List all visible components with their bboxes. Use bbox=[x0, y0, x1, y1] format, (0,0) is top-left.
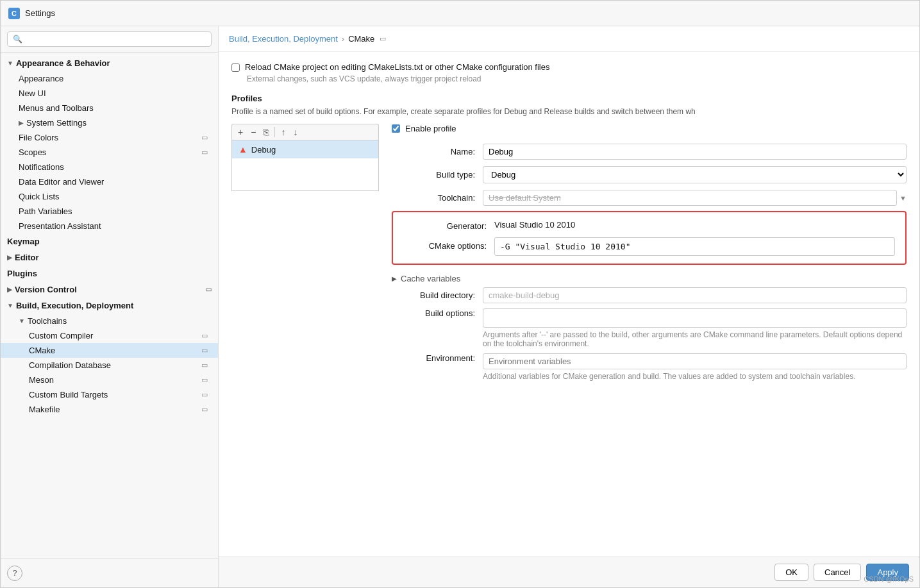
reload-row: Reload CMake project on editing CMakeLis… bbox=[231, 62, 907, 72]
sidebar-scroll: ▼ Appearance & Behavior Appearance New U… bbox=[1, 53, 218, 559]
sidebar-search-area bbox=[1, 26, 218, 53]
search-input[interactable] bbox=[7, 31, 212, 47]
sidebar-item-plugins[interactable]: Plugins bbox=[1, 265, 218, 281]
sidebar-item-quick-lists[interactable]: Quick Lists bbox=[1, 189, 218, 204]
move-up-button[interactable]: ↑ bbox=[278, 126, 289, 139]
profiles-list: ▲ Debug bbox=[231, 140, 379, 191]
ok-button[interactable]: OK bbox=[774, 564, 808, 581]
window-icon: ▭ bbox=[201, 376, 208, 384]
cancel-button[interactable]: Cancel bbox=[814, 564, 861, 581]
collapse-icon: ▶ bbox=[19, 119, 24, 126]
breadcrumb-window-icon[interactable]: ▭ bbox=[380, 35, 386, 43]
sidebar-item-label: System Settings bbox=[26, 118, 87, 128]
sidebar-item-appearance-behavior[interactable]: ▼ Appearance & Behavior bbox=[1, 55, 218, 71]
env-desc-row: Additional variables for CMake generatio… bbox=[392, 369, 907, 381]
form-grid: Name: Build type: Debug Toolchain: bbox=[392, 144, 907, 206]
build-type-label: Build type: bbox=[392, 170, 475, 180]
watermark: CSDN @fKOpS bbox=[864, 575, 914, 583]
sidebar-item-presentation-assistant[interactable]: Presentation Assistant bbox=[1, 219, 218, 233]
bottom-bar: OK Cancel Apply bbox=[219, 557, 919, 587]
move-down-button[interactable]: ↓ bbox=[290, 126, 301, 139]
cmake-options-value[interactable]: -G "Visual Studio 10 2010" bbox=[494, 237, 895, 256]
collapse-icon: ▼ bbox=[19, 317, 25, 324]
sidebar-item-notifications[interactable]: Notifications bbox=[1, 160, 218, 174]
sidebar-item-scopes[interactable]: Scopes ▭ bbox=[1, 145, 218, 160]
sidebar-item-custom-build-targets[interactable]: Custom Build Targets ▭ bbox=[1, 387, 218, 402]
build-dir-label: Build directory: bbox=[392, 290, 475, 300]
window-icon: ▭ bbox=[201, 332, 208, 340]
breadcrumb-parent[interactable]: Build, Execution, Deployment bbox=[229, 34, 338, 44]
build-options-row: Build options: bbox=[392, 308, 907, 328]
profiles-title: Profiles bbox=[231, 94, 907, 103]
window-icon: ▭ bbox=[201, 391, 208, 399]
sidebar-item-label: Makefile bbox=[29, 405, 60, 414]
build-options-input[interactable] bbox=[483, 308, 907, 328]
add-profile-button[interactable]: + bbox=[235, 126, 246, 139]
breadcrumb-current: CMake bbox=[348, 34, 374, 44]
sidebar-item-label: Menus and Toolbars bbox=[19, 103, 94, 113]
build-type-row: Debug bbox=[483, 166, 907, 183]
enable-profile-checkbox[interactable] bbox=[392, 124, 400, 133]
sidebar-item-new-ui[interactable]: New UI bbox=[1, 86, 218, 101]
build-type-select[interactable]: Debug bbox=[483, 166, 907, 183]
generator-value: Visual Studio 10 2010 bbox=[494, 220, 895, 230]
profiles-toolbar: + − ⎘ ↑ ↓ bbox=[231, 124, 379, 140]
sidebar-item-version-control[interactable]: ▶ Version Control ▭ bbox=[1, 281, 218, 298]
sidebar-item-build-execution[interactable]: ▼ Build, Execution, Deployment bbox=[1, 298, 218, 314]
sidebar-item-custom-compiler[interactable]: Custom Compiler ▭ bbox=[1, 328, 218, 343]
reload-label: Reload CMake project on editing CMakeLis… bbox=[245, 62, 549, 72]
sidebar-item-appearance[interactable]: Appearance bbox=[1, 71, 218, 86]
remove-profile-button[interactable]: − bbox=[247, 126, 259, 139]
sidebar-item-path-variables[interactable]: Path Variables bbox=[1, 204, 218, 219]
sidebar-bottom: ? bbox=[1, 559, 218, 587]
app-icon: C bbox=[8, 8, 20, 19]
sidebar-item-keymap[interactable]: Keymap bbox=[1, 233, 218, 249]
name-label: Name: bbox=[392, 147, 475, 156]
sidebar-item-editor[interactable]: ▶ Editor bbox=[1, 249, 218, 265]
cache-vars-expand-icon: ▶ bbox=[392, 275, 397, 282]
sidebar-item-label: Meson bbox=[29, 375, 54, 385]
name-input[interactable] bbox=[483, 144, 907, 160]
copy-profile-button[interactable]: ⎘ bbox=[260, 126, 272, 139]
cmake-triangle-icon: ▲ bbox=[238, 144, 247, 155]
env-input[interactable] bbox=[483, 353, 907, 369]
profile-item-debug[interactable]: ▲ Debug bbox=[232, 140, 378, 158]
collapse-icon: ▼ bbox=[7, 302, 13, 309]
toolchain-dropdown-arrow: ▼ bbox=[899, 194, 907, 202]
enable-profile-label: Enable profile bbox=[405, 124, 456, 133]
svg-text:C: C bbox=[12, 10, 17, 17]
sidebar-item-makefile[interactable]: Makefile ▭ bbox=[1, 402, 218, 417]
sidebar-item-meson[interactable]: Meson ▭ bbox=[1, 373, 218, 387]
sidebar-item-cmake[interactable]: CMake ▭ bbox=[1, 343, 218, 358]
help-button[interactable]: ? bbox=[7, 566, 22, 581]
env-row: Environment: bbox=[392, 353, 907, 369]
sidebar-item-menus-toolbars[interactable]: Menus and Toolbars bbox=[1, 101, 218, 115]
breadcrumb-sep: › bbox=[342, 34, 344, 44]
sidebar-item-label: CMake bbox=[29, 346, 55, 355]
main-layout: ▼ Appearance & Behavior Appearance New U… bbox=[1, 26, 919, 587]
sidebar-item-label: Editor bbox=[15, 253, 39, 262]
build-options-desc: Arguments after '--' are passed to the b… bbox=[483, 330, 907, 348]
cache-vars-row[interactable]: ▶ Cache variables bbox=[392, 270, 907, 287]
sidebar-item-label: Data Editor and Viewer bbox=[19, 177, 104, 187]
sidebar-item-system-settings[interactable]: ▶ System Settings bbox=[1, 115, 218, 130]
cmake-options-label: CMake options: bbox=[403, 237, 487, 251]
build-dir-input[interactable] bbox=[483, 287, 907, 303]
cache-vars-label: Cache variables bbox=[401, 274, 460, 283]
profiles-area: + − ⎘ ↑ ↓ ▲ Debug bbox=[231, 124, 907, 381]
sidebar-item-label: Custom Compiler bbox=[29, 331, 93, 340]
sidebar-item-label: Version Control bbox=[15, 285, 77, 294]
window-icon: ▭ bbox=[205, 285, 212, 294]
sidebar-item-label: New UI bbox=[19, 88, 46, 98]
sidebar-item-file-colors[interactable]: File Colors ▭ bbox=[1, 130, 218, 145]
reload-checkbox[interactable] bbox=[231, 63, 240, 72]
env-label: Environment: bbox=[392, 353, 475, 363]
sidebar-item-label: File Colors bbox=[19, 133, 58, 142]
sidebar-item-label: Plugins bbox=[7, 269, 37, 278]
sidebar-item-data-editor[interactable]: Data Editor and Viewer bbox=[1, 174, 218, 189]
window-icon: ▭ bbox=[201, 405, 208, 414]
sidebar-item-toolchains[interactable]: ▼ Toolchains bbox=[1, 314, 218, 328]
toolchain-value: Use default System bbox=[483, 190, 897, 206]
sidebar-item-compilation-database[interactable]: Compilation Database ▭ bbox=[1, 358, 218, 373]
sidebar-item-label: Toolchains bbox=[28, 316, 67, 326]
